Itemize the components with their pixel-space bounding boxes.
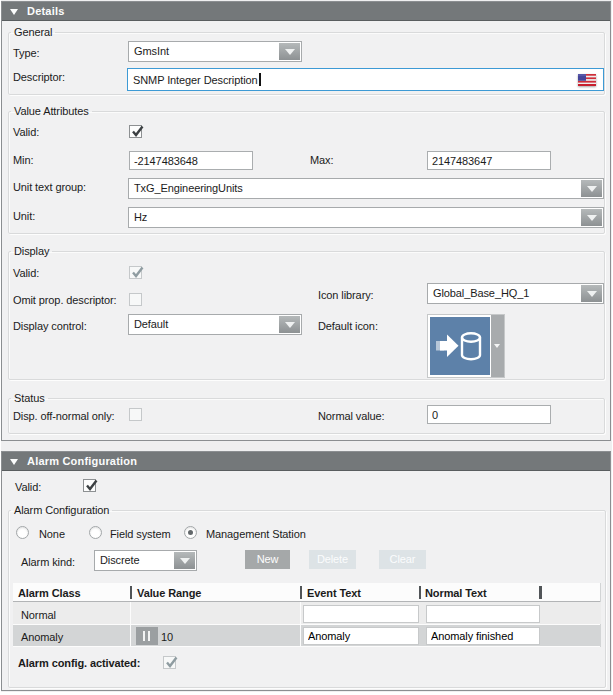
property-panel: Details General Type: GmsInt Descriptor:…: [0, 0, 613, 695]
alarm-config-activated-label: Alarm config. activated:: [18, 656, 140, 671]
display-valid-label: Valid:: [13, 266, 39, 281]
min-label: Min:: [13, 153, 33, 168]
icon-library-combobox-value: Global_Base_HQ_1: [433, 284, 529, 303]
unit-label: Unit:: [13, 209, 35, 224]
normal-text-input-normal[interactable]: [426, 605, 540, 623]
valid-checkbox[interactable]: [129, 125, 142, 138]
alarm-config-activated-checkbox[interactable]: [163, 656, 176, 669]
radio-field-system[interactable]: [89, 526, 102, 539]
default-icon-dropdown-arrow-icon[interactable]: [491, 315, 504, 377]
radio-dot: [188, 530, 193, 535]
descriptor-input[interactable]: SNMP Integer Description: [127, 68, 604, 91]
disp-off-normal-only-label: Disp. off-normal only:: [13, 409, 115, 424]
display-control-combobox[interactable]: Default: [128, 314, 302, 335]
value-range-cell: 10: [161, 630, 173, 644]
column-separator[interactable]: [130, 586, 132, 599]
normal-text-input-anomaly[interactable]: [426, 627, 540, 645]
unit-text-group-combobox[interactable]: TxG_EngineeringUnits: [128, 178, 604, 199]
display-control-combobox-value: Default: [134, 315, 168, 334]
column-separator[interactable]: [300, 586, 302, 599]
unit-text-group-combobox-value: TxG_EngineeringUnits: [134, 179, 243, 198]
column-header-value-range[interactable]: Value Range: [137, 586, 201, 600]
alarm-kind-combobox[interactable]: Discrete: [94, 550, 197, 571]
collapse-alarm-configuration-icon: [10, 459, 18, 465]
normal-value-label: Normal value:: [318, 409, 385, 424]
clear-button[interactable]: Clear: [379, 550, 426, 569]
alarm-configuration-group-label: Alarm Configuration: [11, 504, 112, 517]
value-range-operator-badge[interactable]: [136, 627, 158, 645]
omit-prop-descriptor-label: Omit prop. descriptor:: [13, 293, 117, 308]
row-column-separator: [130, 602, 131, 624]
alarm-kind-combobox-arrow-icon[interactable]: [174, 552, 195, 569]
radio-field-system-label: Field system: [110, 527, 171, 542]
icon-library-combobox[interactable]: Global_Base_HQ_1: [427, 283, 604, 304]
descriptor-input-value: SNMP Integer Description: [133, 74, 258, 86]
text-caret: [259, 73, 261, 86]
status-group-label: Status: [11, 392, 48, 405]
omit-prop-descriptor-checkbox[interactable]: [129, 293, 142, 306]
type-label: Type:: [13, 46, 39, 61]
icon-library-combobox-arrow-icon[interactable]: [581, 285, 602, 302]
unit-text-group-label: Unit text group:: [13, 180, 86, 195]
unit-text-group-combobox-arrow-icon[interactable]: [581, 180, 602, 197]
alarm-kind-combobox-value: Discrete: [100, 551, 140, 570]
delete-button[interactable]: Delete: [309, 550, 356, 569]
alarm-valid-label: Valid:: [15, 480, 41, 495]
min-input[interactable]: [129, 151, 253, 170]
max-input[interactable]: [427, 151, 551, 170]
column-separator[interactable]: [419, 586, 421, 599]
unit-combobox-value: Hz: [134, 208, 147, 227]
default-icon-label: Default icon:: [318, 319, 378, 334]
table-row-anomaly[interactable]: Anomaly 10: [13, 625, 601, 646]
details-section-header[interactable]: Details: [2, 2, 610, 21]
event-text-input-normal[interactable]: [303, 605, 419, 623]
operator-bar: [143, 631, 145, 641]
value-attributes-group-label: Value Attributes: [11, 105, 92, 118]
alarm-class-table: Alarm Class Value Range Event Text Norma…: [13, 583, 601, 647]
descriptor-label: Descriptor:: [13, 70, 65, 85]
event-text-input-anomaly[interactable]: [303, 627, 419, 645]
alarm-kind-label: Alarm kind:: [21, 555, 75, 570]
type-combobox-value: GmsInt: [134, 42, 169, 61]
general-group-label: General: [11, 26, 55, 39]
operator-bar: [148, 631, 150, 641]
valid-label: Valid:: [13, 125, 39, 140]
details-section-title: Details: [27, 2, 64, 20]
alarm-configuration-section-header[interactable]: Alarm Configuration: [2, 452, 610, 471]
icon-library-label: Icon library:: [318, 288, 374, 303]
new-button[interactable]: New: [245, 550, 290, 569]
radio-management-station[interactable]: [184, 526, 197, 539]
alarm-class-cell: Anomaly: [21, 630, 63, 644]
column-header-event-text[interactable]: Event Text: [307, 586, 361, 600]
radio-none[interactable]: [16, 526, 29, 539]
display-group-label: Display: [11, 245, 52, 258]
display-valid-checkbox[interactable]: [129, 266, 142, 279]
us-flag-icon: [578, 74, 596, 86]
alarm-valid-checkbox[interactable]: [83, 479, 96, 492]
radio-management-station-label: Management Station: [206, 527, 306, 542]
display-control-label: Display control:: [13, 319, 87, 334]
display-control-combobox-arrow-icon[interactable]: [279, 316, 300, 333]
unit-combobox[interactable]: Hz: [128, 207, 604, 228]
alarm-configuration-section-title: Alarm Configuration: [27, 452, 137, 470]
column-header-normal-text[interactable]: Normal Text: [425, 586, 487, 600]
row-column-separator: [300, 602, 301, 624]
column-separator[interactable]: [539, 586, 542, 599]
type-combobox[interactable]: GmsInt: [128, 41, 302, 62]
row-column-separator: [130, 625, 131, 646]
type-combobox-arrow-icon[interactable]: [279, 43, 300, 60]
unit-combobox-arrow-icon[interactable]: [581, 209, 602, 226]
table-row-normal[interactable]: Normal: [13, 602, 601, 624]
max-label: Max:: [310, 153, 333, 168]
normal-value-input[interactable]: [427, 405, 551, 424]
column-header-alarm-class[interactable]: Alarm Class: [18, 586, 81, 600]
display-group: Display: [8, 245, 605, 380]
disp-off-normal-only-checkbox[interactable]: [129, 408, 142, 421]
default-icon-button[interactable]: [427, 314, 505, 378]
arrow-into-database-icon: [430, 317, 490, 375]
row-column-separator: [300, 625, 301, 646]
collapse-details-icon: [10, 9, 18, 15]
radio-none-label: None: [39, 527, 65, 542]
alarm-class-cell: Normal: [21, 608, 56, 622]
